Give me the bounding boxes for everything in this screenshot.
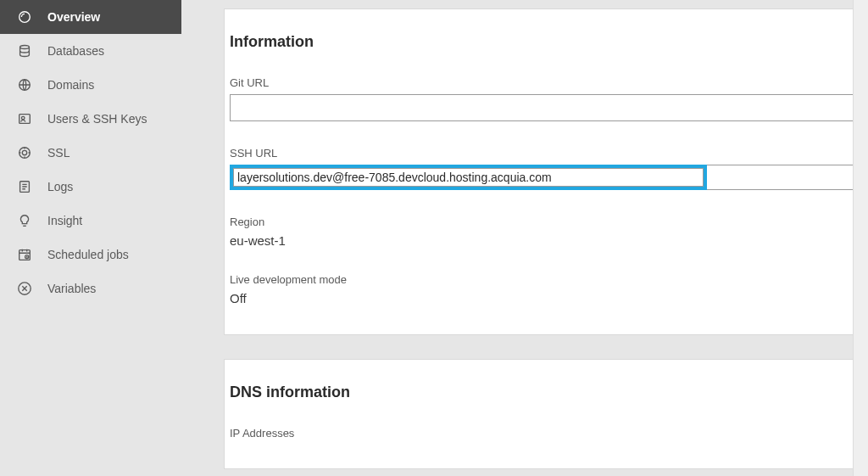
sidebar-item-overview[interactable]: Overview [0,0,181,34]
svg-point-5 [19,148,31,159]
sidebar-item-label: Databases [47,44,104,58]
ssh-url-input[interactable] [233,168,704,187]
information-panel: Information Git URL SSH URL Region [224,8,868,335]
sidebar-item-label: SSL [47,146,70,160]
sidebar-item-scheduled[interactable]: Scheduled jobs [0,238,181,272]
svg-point-0 [19,12,31,23]
dns-heading: DNS information [230,384,868,401]
git-url-label: Git URL [230,76,868,89]
ip-addresses-label: IP Addresses [230,427,868,440]
logs-icon [17,179,32,194]
region-group: Region eu-west-1 [230,216,868,248]
user-icon [17,111,32,126]
overview-icon [17,9,32,25]
region-value: eu-west-1 [230,233,868,248]
variable-icon [17,281,32,296]
sidebar-item-variables[interactable]: Variables [0,272,181,305]
ssh-url-group: SSH URL [230,147,868,190]
sidebar-item-insight[interactable]: Insight [0,204,181,238]
livedev-label: Live development mode [230,273,868,286]
sidebar-item-label: Insight [47,214,82,227]
globe-icon [17,77,32,92]
sidebar-item-ssl[interactable]: SSL [0,136,181,170]
region-label: Region [230,216,868,228]
sidebar-item-label: Overview [47,10,100,24]
livedev-group: Live development mode Off [230,273,868,305]
sidebar-item-domains[interactable]: Domains [0,68,181,102]
sidebar-item-databases[interactable]: Databases [0,34,181,68]
bulb-icon [17,213,32,228]
ssh-url-label: SSH URL [230,147,868,160]
dns-panel: DNS information IP Addresses [224,359,868,469]
sidebar-item-label: Domains [47,78,94,92]
calendar-icon [17,247,32,262]
svg-point-6 [22,150,26,154]
database-icon [17,43,32,59]
git-url-input[interactable] [230,94,868,121]
ssl-icon [17,145,32,160]
scrollbar[interactable] [853,0,868,476]
sidebar-item-label: Logs [47,180,73,193]
sidebar: Overview Databases Domains Users & SSH K… [0,0,181,476]
sidebar-item-users[interactable]: Users & SSH Keys [0,102,181,136]
sidebar-item-label: Scheduled jobs [47,248,129,261]
git-url-group: Git URL [230,76,868,121]
ssh-url-highlight [230,165,707,190]
sidebar-item-logs[interactable]: Logs [0,170,181,204]
svg-point-1 [20,46,30,49]
livedev-value: Off [230,291,868,305]
svg-point-4 [21,116,25,120]
main-content: Information Git URL SSH URL Region [181,0,868,476]
information-heading: Information [230,33,868,51]
sidebar-item-label: Users & SSH Keys [47,112,147,126]
sidebar-item-label: Variables [47,282,96,295]
